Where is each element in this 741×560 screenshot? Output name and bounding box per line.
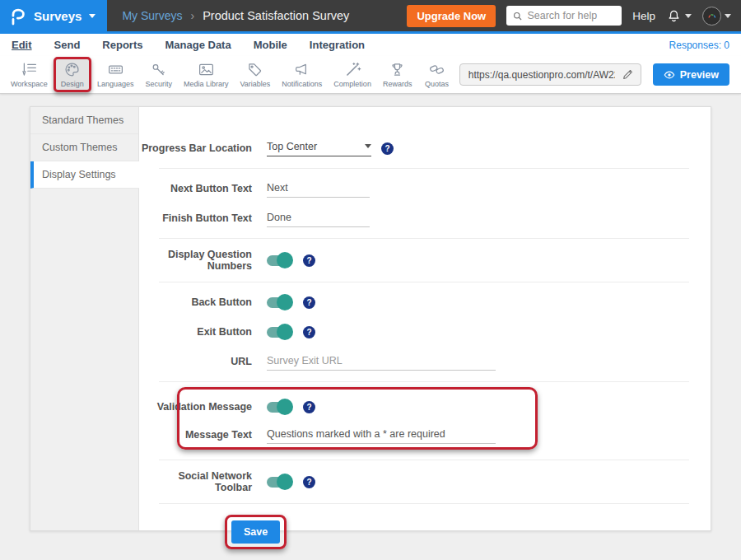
social-network-toolbar-row: Social Network Toolbar bbox=[139, 470, 689, 493]
content-area: Standard Themes Custom Themes Display Se… bbox=[0, 94, 741, 560]
toolbar-item-completion[interactable]: Completion bbox=[328, 58, 377, 91]
toolbar-item-media-library[interactable]: Media Library bbox=[178, 58, 235, 91]
help-icon[interactable] bbox=[303, 326, 315, 338]
divider bbox=[159, 238, 689, 239]
pencil-icon bbox=[622, 68, 634, 81]
page-title: Product Satisfaction Survey bbox=[203, 9, 349, 22]
help-icon[interactable] bbox=[303, 401, 315, 413]
divider bbox=[159, 381, 689, 382]
nav-mobile[interactable]: Mobile bbox=[254, 39, 287, 51]
variables-icon bbox=[246, 61, 263, 78]
validation-message-toggle[interactable] bbox=[267, 402, 291, 413]
product-menu[interactable]: Surveys bbox=[0, 0, 107, 31]
workspace-icon bbox=[21, 61, 38, 78]
help-search-box[interactable] bbox=[506, 6, 622, 26]
breadcrumb: My Surveys › Product Satisfaction Survey bbox=[122, 0, 349, 31]
security-icon bbox=[150, 61, 167, 78]
finish-button-text-row: Finish Button Text bbox=[139, 208, 689, 228]
back-button-row: Back Button bbox=[139, 292, 689, 312]
chevron-down-icon bbox=[725, 14, 731, 18]
product-menu-label: Surveys bbox=[34, 9, 82, 23]
back-button-toggle[interactable] bbox=[267, 297, 291, 308]
breadcrumb-my-surveys[interactable]: My Surveys bbox=[122, 9, 182, 22]
survey-url[interactable]: https://qa.questionpro.com/t/AW22Zcq2J bbox=[460, 69, 615, 81]
toolbar-item-rewards[interactable]: Rewards bbox=[377, 58, 418, 91]
help-icon[interactable] bbox=[303, 296, 315, 309]
chain-link-icon bbox=[428, 61, 445, 78]
top-bar: Surveys My Surveys › Product Satisfactio… bbox=[0, 0, 741, 34]
toolbar-item-security[interactable]: Security bbox=[139, 58, 178, 91]
nav-integration[interactable]: Integration bbox=[310, 39, 365, 51]
design-sidebar: Standard Themes Custom Themes Display Se… bbox=[30, 107, 139, 530]
validation-message-row: Validation Message bbox=[139, 397, 689, 417]
nav-edit[interactable]: Edit bbox=[12, 39, 32, 51]
toolbar-item-workspace[interactable]: Workspace bbox=[5, 58, 54, 91]
toolbar-item-design[interactable]: Design bbox=[54, 57, 91, 92]
finish-button-text-label: Finish Button Text bbox=[139, 212, 267, 224]
edit-url-button[interactable] bbox=[615, 64, 641, 85]
nav-manage-data[interactable]: Manage Data bbox=[165, 39, 231, 51]
avatar bbox=[702, 7, 721, 26]
exit-url-row: URL bbox=[139, 352, 689, 371]
breadcrumb-separator: › bbox=[191, 9, 195, 22]
search-input[interactable] bbox=[527, 10, 615, 21]
help-icon[interactable] bbox=[303, 254, 315, 267]
survey-url-field: https://qa.questionpro.com/t/AW22Zcq2J bbox=[459, 63, 641, 86]
toolbar-item-variables[interactable]: Variables bbox=[234, 58, 276, 91]
social-network-toolbar-label: Social Network Toolbar bbox=[139, 470, 267, 493]
toolbar-item-notifications[interactable]: Notifications bbox=[276, 58, 328, 91]
bell-icon bbox=[666, 8, 682, 24]
account-menu[interactable] bbox=[702, 7, 731, 26]
design-icon bbox=[63, 61, 81, 78]
progress-bar-location-row: Progress Bar Location Top Center bbox=[139, 138, 689, 158]
finish-button-text-input[interactable] bbox=[267, 210, 370, 227]
sidebar-item-custom-themes[interactable]: Custom Themes bbox=[30, 134, 138, 161]
save-button[interactable]: Save bbox=[231, 520, 280, 544]
divider bbox=[159, 460, 689, 460]
toolbar-item-quotas[interactable]: Quotas bbox=[417, 58, 455, 91]
upgrade-now-button[interactable]: Upgrade Now bbox=[407, 5, 496, 27]
exit-button-toggle[interactable] bbox=[267, 327, 291, 338]
trophy-icon bbox=[389, 61, 406, 78]
search-icon bbox=[513, 11, 522, 21]
chevron-down-icon bbox=[365, 144, 371, 148]
help-icon[interactable] bbox=[381, 142, 394, 155]
next-button-text-row: Next Button Text bbox=[139, 179, 689, 198]
divider bbox=[159, 282, 689, 282]
topbar-actions: Upgrade Now Help bbox=[407, 0, 741, 31]
message-text-row: Message Text bbox=[139, 425, 689, 445]
nav-reports[interactable]: Reports bbox=[102, 39, 142, 51]
magic-wand-icon bbox=[344, 61, 361, 78]
preview-button[interactable]: Preview bbox=[653, 63, 729, 86]
social-network-toolbar-toggle[interactable] bbox=[267, 477, 291, 488]
edit-toolbar: Workspace Design Languages Security bbox=[0, 56, 741, 94]
chevron-down-icon bbox=[89, 14, 96, 18]
languages-icon bbox=[107, 61, 124, 78]
nav-send[interactable]: Send bbox=[54, 39, 81, 51]
message-text-label: Message Text bbox=[139, 429, 267, 441]
exit-url-input[interactable] bbox=[267, 353, 496, 371]
message-text-input[interactable] bbox=[267, 427, 496, 444]
eye-icon bbox=[664, 70, 675, 80]
media-library-icon bbox=[198, 61, 215, 78]
notifications-bell[interactable] bbox=[666, 8, 692, 24]
sidebar-item-display-settings[interactable]: Display Settings bbox=[30, 161, 139, 189]
exit-button-label: Exit Button bbox=[139, 326, 267, 338]
display-question-numbers-label: Display Question Numbers bbox=[139, 249, 267, 272]
display-question-numbers-toggle[interactable] bbox=[267, 255, 291, 266]
megaphone-icon bbox=[293, 61, 310, 78]
validation-message-group: Validation Message Message Text bbox=[139, 392, 689, 450]
next-button-text-label: Next Button Text bbox=[139, 183, 267, 194]
exit-url-label: URL bbox=[139, 356, 267, 367]
toolbar-right: https://qa.questionpro.com/t/AW22Zcq2J P… bbox=[459, 63, 736, 86]
help-link[interactable]: Help bbox=[632, 10, 655, 22]
help-icon[interactable] bbox=[303, 476, 315, 488]
responses-count[interactable]: Responses: 0 bbox=[669, 40, 729, 51]
sidebar-item-standard-themes[interactable]: Standard Themes bbox=[30, 107, 138, 134]
progress-bar-location-select[interactable]: Top Center bbox=[267, 141, 371, 156]
validation-message-label: Validation Message bbox=[139, 401, 267, 413]
gauge-icon bbox=[706, 10, 718, 22]
next-button-text-input[interactable] bbox=[267, 180, 370, 198]
divider bbox=[159, 168, 689, 169]
toolbar-item-languages[interactable]: Languages bbox=[91, 58, 140, 91]
